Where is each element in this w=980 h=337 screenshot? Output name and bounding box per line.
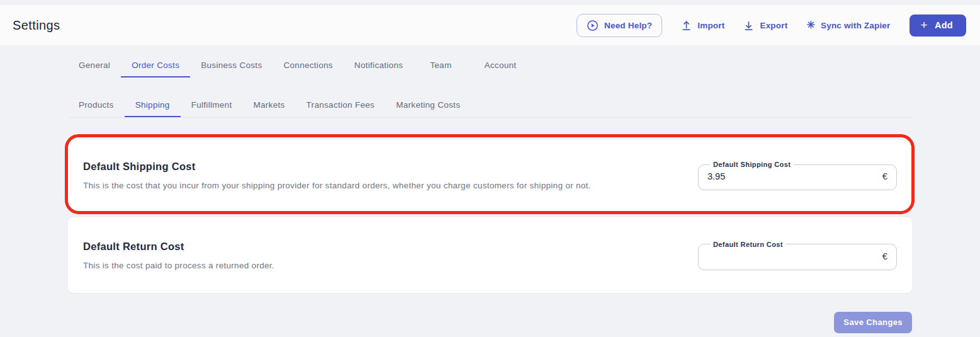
play-circle-icon: [587, 20, 599, 31]
tab-markets[interactable]: Markets: [242, 94, 295, 117]
field-label: Default Shipping Cost: [710, 161, 794, 168]
plus-icon: +: [921, 21, 928, 30]
card-title: Default Return Cost: [83, 241, 274, 253]
card-text: Default Shipping Cost This is the cost t…: [83, 161, 591, 190]
field-label: Default Return Cost: [710, 241, 786, 248]
import-button[interactable]: Import: [681, 20, 724, 31]
tab-general[interactable]: General: [68, 54, 121, 77]
euro-currency-suffix: €: [882, 251, 887, 261]
default-return-cost-input[interactable]: [707, 251, 865, 261]
need-help-button[interactable]: Need Help?: [577, 14, 662, 37]
save-changes-button[interactable]: Save Changes: [834, 312, 912, 333]
tab-products[interactable]: Products: [68, 94, 125, 117]
main-content: General Order Costs Business Costs Conne…: [0, 45, 980, 333]
euro-currency-suffix: €: [882, 171, 887, 181]
default-return-cost-card: Default Return Cost This is the cost pai…: [68, 217, 912, 293]
tab-business-costs[interactable]: Business Costs: [190, 54, 273, 77]
tab-marketing-costs[interactable]: Marketing Costs: [385, 94, 471, 117]
import-label: Import: [697, 21, 724, 30]
card-description: This is the cost paid to process a retur…: [83, 261, 274, 270]
field-row: €: [707, 168, 887, 184]
sync-with-zapier-button[interactable]: ✳ Sync with Zapier: [806, 20, 890, 30]
export-button[interactable]: Export: [743, 20, 787, 31]
card-text: Default Return Cost This is the cost pai…: [83, 241, 274, 270]
tab-order-costs[interactable]: Order Costs: [121, 54, 190, 77]
need-help-label: Need Help?: [604, 21, 652, 30]
card-title: Default Shipping Cost: [83, 161, 591, 173]
page-title: Settings: [13, 18, 60, 33]
default-shipping-cost-field: Default Shipping Cost €: [698, 161, 897, 190]
upload-icon: [681, 20, 692, 31]
header-actions: Need Help? Import Export ✳ Sync with Zap…: [577, 14, 966, 37]
default-shipping-cost-input[interactable]: [707, 171, 865, 181]
sync-zapier-label: Sync with Zapier: [821, 21, 890, 30]
add-label: Add: [935, 20, 953, 30]
tab-connections[interactable]: Connections: [273, 54, 343, 77]
default-shipping-cost-section: Default Shipping Cost This is the cost t…: [68, 139, 912, 212]
tab-transaction-fees[interactable]: Transaction Fees: [296, 94, 386, 117]
add-button[interactable]: + Add: [910, 14, 967, 37]
primary-tabs: General Order Costs Business Costs Conne…: [68, 54, 912, 77]
footer-actions: Save Changes: [68, 312, 912, 333]
tab-shipping[interactable]: Shipping: [125, 94, 181, 117]
tab-fulfillment[interactable]: Fulfillment: [181, 94, 243, 117]
default-shipping-cost-card: Default Shipping Cost This is the cost t…: [68, 139, 912, 212]
download-icon: [743, 20, 754, 31]
default-return-cost-field: Default Return Cost €: [698, 241, 897, 270]
header: Settings Need Help? Import: [0, 5, 980, 45]
tab-notifications[interactable]: Notifications: [344, 54, 414, 77]
export-label: Export: [760, 21, 787, 30]
zapier-asterisk-icon: ✳: [806, 20, 815, 30]
tab-team[interactable]: Team: [414, 54, 468, 77]
card-description: This is the cost that you incur from you…: [83, 181, 591, 190]
default-return-cost-section: Default Return Cost This is the cost pai…: [68, 217, 912, 293]
tab-account[interactable]: Account: [468, 54, 532, 77]
secondary-tabs: Products Shipping Fulfillment Markets Tr…: [68, 94, 912, 118]
field-row: €: [707, 248, 887, 264]
